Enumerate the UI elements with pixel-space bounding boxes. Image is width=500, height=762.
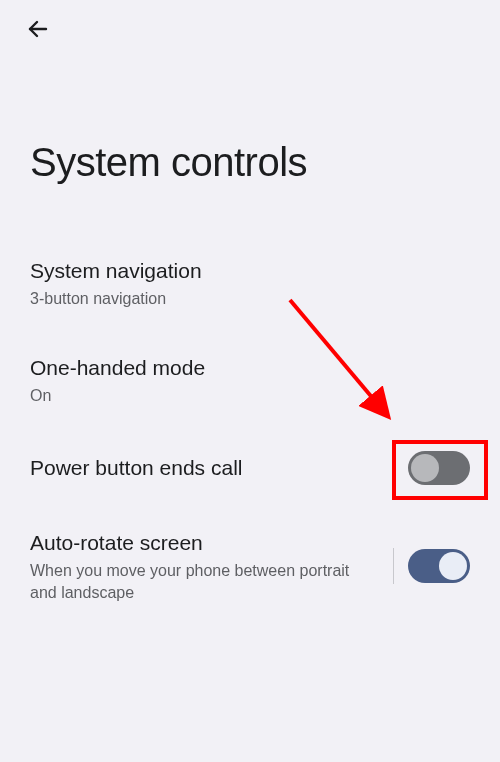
settings-list: System navigation 3-button navigation On… bbox=[0, 225, 500, 635]
setting-title: One-handed mode bbox=[30, 354, 470, 381]
setting-title: Power button ends call bbox=[30, 454, 394, 481]
setting-title: Auto-rotate screen bbox=[30, 529, 379, 556]
setting-auto-rotate-screen[interactable]: Auto-rotate screen When you move your ph… bbox=[0, 507, 500, 625]
toggle-divider bbox=[393, 548, 394, 584]
setting-system-navigation[interactable]: System navigation 3-button navigation bbox=[0, 235, 500, 332]
setting-subtitle: When you move your phone between portrai… bbox=[30, 560, 360, 603]
page-title: System controls bbox=[0, 60, 500, 225]
setting-one-handed-mode[interactable]: One-handed mode On bbox=[0, 332, 500, 429]
power-ends-call-toggle[interactable] bbox=[408, 451, 470, 485]
setting-subtitle: 3-button navigation bbox=[30, 288, 360, 310]
setting-subtitle: On bbox=[30, 385, 360, 407]
auto-rotate-toggle[interactable] bbox=[408, 549, 470, 583]
setting-title: System navigation bbox=[30, 257, 470, 284]
arrow-left-icon bbox=[26, 17, 50, 44]
setting-power-button-ends-call[interactable]: Power button ends call bbox=[0, 429, 500, 507]
back-button[interactable] bbox=[18, 10, 58, 50]
toggle-knob bbox=[439, 552, 467, 580]
toggle-knob bbox=[411, 454, 439, 482]
